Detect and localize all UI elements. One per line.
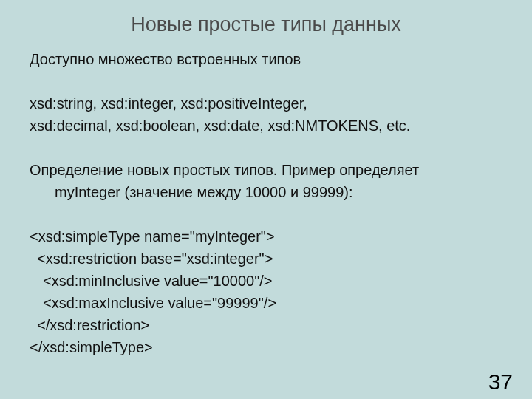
slide-body: Доступно множество встроенных типов xsd:… [30, 48, 502, 358]
code-line: </xsd:simpleType> [30, 336, 502, 358]
code-line: <xsd:minInclusive value="10000"/> [30, 270, 502, 292]
paragraph-line: xsd:string, xsd:integer, xsd:positiveInt… [30, 92, 502, 115]
code-line: <xsd:maxInclusive value="99999"/> [30, 292, 502, 314]
code-line: <xsd:simpleType name="myInteger"> [30, 225, 502, 248]
paragraph-line: xsd:decimal, xsd:boolean, xsd:date, xsd:… [30, 115, 502, 137]
slide-title: Новые простые типы данных [30, 13, 502, 36]
paragraph-line: myInteger (значение между 10000 и 99999)… [30, 181, 502, 203]
paragraph-line: Определение новых простых типов. Пример … [30, 159, 502, 181]
code-line: </xsd:restriction> [30, 314, 502, 336]
paragraph-line: Доступно множество встроенных типов [30, 48, 502, 70]
slide: Новые простые типы данных Доступно множе… [0, 0, 532, 399]
code-line: <xsd:restriction base="xsd:integer"> [30, 248, 502, 270]
page-number: 37 [488, 369, 513, 395]
blank-line [30, 137, 502, 159]
blank-line [30, 70, 502, 92]
blank-line [30, 203, 502, 225]
